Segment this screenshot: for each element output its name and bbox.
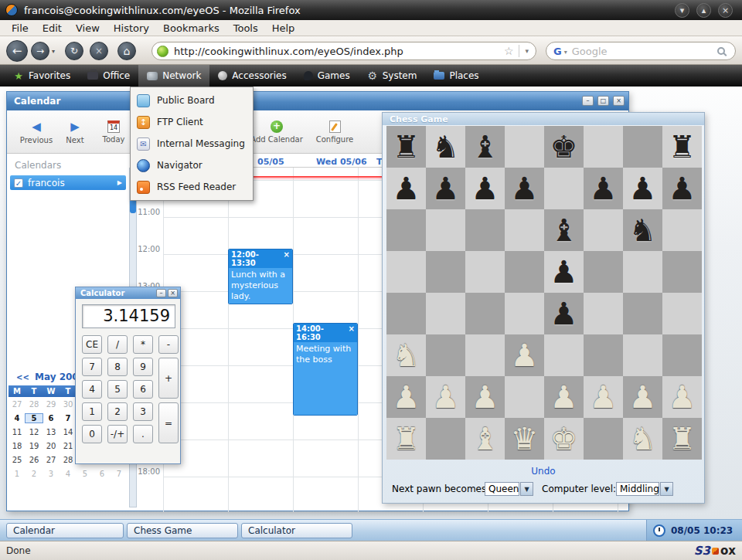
calc-button-=[interactable]: = — [158, 402, 179, 443]
chess-square-b5[interactable] — [426, 251, 465, 293]
mini-calendar-day[interactable]: 7 — [60, 414, 77, 423]
mini-calendar-day[interactable]: 6 — [43, 414, 60, 423]
chess-square-c2[interactable]: ♟ — [465, 376, 505, 418]
url-dropdown-icon[interactable]: ▾ — [519, 45, 529, 57]
eyeos-menu-accessories[interactable]: Accessories — [209, 65, 294, 87]
search-input[interactable]: Google — [572, 46, 717, 57]
search-engine-icon[interactable]: G — [553, 46, 562, 57]
mini-calendar-day[interactable]: 25 — [9, 456, 26, 464]
window-minimize-button[interactable]: ▾ — [675, 3, 689, 18]
calc-button-1[interactable]: 1 — [82, 402, 102, 421]
chess-square-e5[interactable]: ♟ — [544, 251, 584, 293]
mini-calendar-day[interactable]: 20 — [43, 442, 60, 450]
mini-calendar-day[interactable]: 4 — [9, 414, 26, 423]
mini-calendar-day[interactable]: 28 — [60, 456, 77, 464]
mini-calendar-day[interactable]: 11 — [9, 428, 26, 436]
chess-square-d8[interactable] — [505, 126, 544, 168]
mini-calendar-day[interactable]: 30 — [60, 400, 77, 409]
back-button[interactable]: ← — [6, 40, 28, 62]
chess-square-b7[interactable]: ♟ — [426, 168, 465, 209]
mini-calendar-day[interactable]: 19 — [26, 442, 43, 450]
calc-button-3[interactable]: 3 — [133, 402, 153, 421]
chess-square-d7[interactable]: ♟ — [505, 168, 544, 209]
chess-square-g5[interactable] — [623, 251, 662, 293]
search-bar[interactable]: G ▾ Google — [546, 42, 736, 60]
mini-calendar-day[interactable]: 21 — [60, 442, 77, 450]
chess-square-e6[interactable]: ♝ — [544, 209, 584, 251]
url-input[interactable]: http://cookingwithlinux.com/eyeOS/index.… — [174, 46, 504, 57]
menu-item-history[interactable]: History — [107, 22, 156, 34]
eyeos-menu-places[interactable]: Places — [425, 65, 487, 87]
chess-square-a6[interactable] — [386, 209, 426, 251]
chess-square-b2[interactable]: ♟ — [426, 376, 465, 418]
chess-square-e1[interactable]: ♚ — [544, 418, 584, 460]
chess-square-g1[interactable]: ♞ — [623, 418, 662, 460]
undo-link[interactable]: Undo — [383, 466, 704, 477]
mini-calendar-day[interactable]: 3 — [43, 470, 60, 478]
chess-square-c5[interactable] — [465, 251, 505, 293]
calc-button-*[interactable]: * — [133, 335, 153, 354]
calc-button-6[interactable]: 6 — [133, 380, 153, 399]
calc-button-.[interactable]: . — [133, 425, 153, 443]
mini-calendar-day[interactable]: 27 — [43, 456, 60, 464]
chess-square-a8[interactable]: ♜ — [386, 126, 426, 168]
mini-calendar-day[interactable]: 7 — [111, 470, 128, 478]
chess-square-f4[interactable] — [584, 293, 623, 334]
chess-square-h6[interactable] — [662, 209, 702, 251]
chess-square-e7[interactable] — [544, 168, 584, 209]
eyeos-menu-favorites[interactable]: ★Favorites — [5, 65, 79, 87]
chess-square-a4[interactable] — [386, 293, 426, 334]
mini-calendar-day[interactable]: 28 — [26, 400, 43, 409]
calc-button-8[interactable]: 8 — [107, 358, 128, 376]
chess-square-f7[interactable]: ♟ — [584, 168, 623, 209]
chess-square-f3[interactable] — [584, 334, 623, 376]
chess-square-a7[interactable]: ♟ — [386, 168, 426, 209]
chess-square-h5[interactable] — [662, 251, 702, 293]
calc-button-9[interactable]: 9 — [133, 358, 153, 376]
menu-item-rss-feed-reader[interactable]: RSS Feed Reader — [131, 176, 253, 198]
mini-calendar-day[interactable]: 5 — [77, 470, 94, 478]
mini-calendar-day[interactable]: 2 — [26, 470, 43, 478]
chess-square-f8[interactable] — [584, 126, 623, 168]
pawn-select[interactable]: Queen — [485, 482, 519, 496]
chess-square-g4[interactable] — [623, 293, 662, 334]
pawn-select-dropdown-icon[interactable]: ▼ — [520, 482, 533, 496]
calc-button-4[interactable]: 4 — [82, 380, 102, 399]
chess-square-b8[interactable]: ♞ — [426, 126, 465, 168]
mini-calendar-day[interactable]: 12 — [26, 428, 43, 436]
chess-square-a5[interactable] — [386, 251, 426, 293]
close-icon[interactable]: × — [168, 289, 178, 297]
search-engine-dropdown-icon[interactable]: ▾ — [564, 49, 567, 56]
chess-square-c7[interactable]: ♟ — [465, 168, 505, 209]
minimize-icon[interactable]: – — [156, 289, 166, 297]
menu-item-bookmarks[interactable]: Bookmarks — [156, 22, 226, 34]
eyeos-menu-network[interactable]: Network — [138, 65, 209, 87]
chess-square-e4[interactable]: ♟ — [544, 293, 584, 334]
mini-calendar-day[interactable]: 29 — [43, 400, 60, 409]
calc-button-5[interactable]: 5 — [107, 380, 128, 399]
level-select-dropdown-icon[interactable]: ▼ — [660, 482, 673, 496]
calc-button--[interactable]: - — [158, 335, 179, 354]
chess-square-f2[interactable]: ♟ — [584, 376, 623, 418]
chess-square-g3[interactable] — [623, 334, 662, 376]
chess-square-d1[interactable]: ♛ — [505, 418, 544, 460]
level-select[interactable]: Middling — [616, 482, 659, 496]
history-dropdown-icon[interactable]: ▾ — [52, 48, 55, 55]
chess-square-h7[interactable]: ♟ — [662, 168, 702, 209]
chess-square-d5[interactable] — [505, 251, 544, 293]
chess-square-g8[interactable] — [623, 126, 662, 168]
calc-button-+[interactable]: + — [158, 358, 179, 399]
chess-square-h8[interactable]: ♜ — [662, 126, 702, 168]
chess-square-g2[interactable]: ♟ — [623, 376, 662, 418]
menu-item-internal-messaging[interactable]: ✉Internal Messaging — [131, 133, 253, 154]
url-bar[interactable]: http://cookingwithlinux.com/eyeOS/index.… — [151, 42, 536, 60]
mini-calendar-day[interactable]: 18 — [9, 442, 26, 450]
mini-calendar-day[interactable]: 5 — [26, 414, 43, 423]
taskbar-button-chess-game[interactable]: Chess Game — [127, 523, 238, 538]
menu-item-tools[interactable]: Tools — [226, 22, 265, 34]
close-icon[interactable]: × — [349, 324, 355, 341]
chess-square-f1[interactable] — [584, 418, 623, 460]
mini-calendar-day[interactable]: 13 — [43, 428, 60, 436]
home-button[interactable]: ⌂ — [117, 42, 136, 60]
bookmark-star-icon[interactable]: ☆ — [504, 45, 514, 57]
